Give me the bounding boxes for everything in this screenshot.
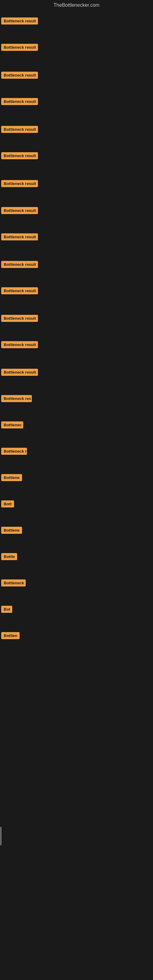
- bottleneck-badge: Bott: [1, 500, 14, 508]
- list-item: Bottleneck result: [0, 18, 153, 26]
- list-item: Bottleneck result: [0, 369, 153, 377]
- bottleneck-badge: Bottleneck result: [1, 207, 38, 214]
- list-item: Bottleneck r: [0, 448, 153, 456]
- list-item: Bottlene: [0, 527, 153, 535]
- bottleneck-badge: Bottleneck: [1, 579, 26, 587]
- list-item: Bottlenec: [0, 422, 153, 430]
- bottleneck-badge: Bottlenec: [1, 422, 23, 428]
- list-item: Bottleneck result: [0, 233, 153, 242]
- bottleneck-badge: Bottleneck result: [1, 341, 38, 348]
- list-item: Bottleneck result: [0, 341, 153, 350]
- list-item: Bottleneck result: [0, 287, 153, 296]
- bottleneck-badge: Bottlene: [1, 474, 22, 481]
- bottleneck-badge: Bottleneck result: [1, 98, 38, 105]
- list-item: Bott: [0, 500, 153, 509]
- bottleneck-badge: Bottleneck result: [1, 180, 38, 187]
- bottleneck-badge: Bottlen: [1, 632, 19, 639]
- bottleneck-badge: Bottlene: [1, 527, 22, 534]
- list-item: Bottleneck result: [0, 180, 153, 188]
- bottleneck-badge: Bottleneck result: [1, 233, 38, 240]
- bottleneck-badge: Bottleneck result: [1, 44, 38, 51]
- list-item: Bottleneck result: [0, 126, 153, 134]
- list-item: Bottleneck result: [0, 261, 153, 269]
- bottleneck-badge: Bottleneck result: [1, 152, 38, 159]
- bottleneck-badge: Bottleneck result: [1, 315, 38, 322]
- list-item: Bottle: [0, 553, 153, 562]
- bottleneck-badge: Bottle: [1, 553, 17, 560]
- list-item: Bottleneck result: [0, 315, 153, 323]
- bottleneck-badge: Bottleneck result: [1, 72, 38, 79]
- list-item: Bottleneck result: [0, 207, 153, 215]
- list-item: Bottlen: [0, 632, 153, 640]
- list-item: Bottleneck result: [0, 44, 153, 52]
- list-item: Bottleneck: [0, 579, 153, 588]
- list-item: Bottleneck result: [0, 152, 153, 161]
- cursor-line: [1, 827, 1, 845]
- list-item: Bottleneck result: [0, 72, 153, 80]
- bottleneck-badge: Bottleneck result: [1, 126, 38, 133]
- list-item: Bottleneck res: [0, 395, 153, 403]
- bottleneck-badge: Bottleneck r: [1, 448, 27, 455]
- bottleneck-badge: Bottleneck result: [1, 261, 38, 268]
- list-item: Bottlene: [0, 474, 153, 482]
- bottleneck-badge: Bottleneck result: [1, 287, 38, 294]
- bottleneck-badge: Bottleneck result: [1, 369, 38, 376]
- list-item: Bottleneck result: [0, 98, 153, 106]
- bottleneck-badge: Bottleneck res: [1, 395, 32, 402]
- bottleneck-badge: Bot: [1, 606, 12, 613]
- site-title: TheBottlenecker.com: [0, 0, 153, 9]
- bottleneck-badge: Bottleneck result: [1, 18, 38, 24]
- list-item: Bot: [0, 606, 153, 614]
